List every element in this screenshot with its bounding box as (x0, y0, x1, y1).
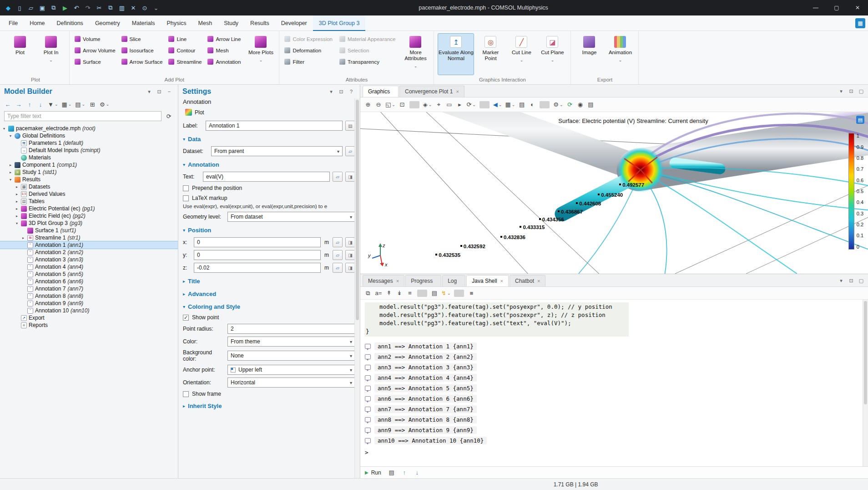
panel-header-icon[interactable]: ▾ (145, 87, 154, 96)
console-tab[interactable]: Chatbot × (510, 275, 545, 286)
section-data[interactable]: Data (178, 132, 360, 145)
panel-corner-icon[interactable]: ▢ (857, 87, 866, 96)
graphics-toolbar-icon[interactable] (409, 101, 419, 108)
model-builder-toolbar-icon[interactable]: ↓ (35, 99, 45, 109)
tree-item[interactable]: Annotation 1 (ann1) (0, 241, 178, 249)
model-builder-toolbar-icon[interactable]: → (14, 99, 24, 109)
tree-item[interactable]: ▸ Electric Field (ec) (pg2) (0, 212, 178, 219)
ribbon-tab[interactable]: Mesh (192, 15, 218, 31)
section-inherit-style[interactable]: Inherit Style (178, 399, 360, 412)
add-plot-item[interactable]: Volume (73, 33, 119, 45)
close-tab-icon[interactable]: × (456, 89, 459, 94)
insert-expression-button[interactable] (333, 172, 343, 182)
tree-item[interactable]: ▸ Electric Potential (ec) (pg1) (0, 205, 178, 212)
tree-expander-icon[interactable]: ▸ (21, 236, 25, 240)
tree-expander-icon[interactable]: ▾ (8, 178, 13, 182)
graphics-toolbar-icon[interactable]: ▦ (504, 100, 516, 110)
panel-header-icon[interactable]: − (165, 87, 174, 96)
tree-item[interactable]: ▸ Component 1 (comp1) (0, 161, 178, 168)
latex-markup-checkbox[interactable] (183, 195, 189, 201)
prepend-position-checkbox[interactable] (183, 185, 189, 191)
y-range-button[interactable] (333, 250, 343, 260)
model-builder-toolbar-icon[interactable]: ← (3, 99, 13, 109)
console-tab[interactable]: Log (442, 275, 465, 286)
export-image-button[interactable]: Image (575, 33, 604, 75)
tree-expander-icon[interactable]: ▾ (2, 127, 6, 131)
toolbar-icon[interactable]: ✕ (128, 2, 139, 14)
show-point-checkbox[interactable] (183, 315, 189, 321)
console-toolbar-icon[interactable]: ↯ (440, 288, 452, 298)
toolbar-icon[interactable]: ▥ (116, 2, 127, 14)
plot-in-button[interactable]: Plot In (36, 33, 66, 75)
close-tab-icon[interactable]: × (500, 278, 503, 284)
ribbon-tab[interactable]: Developer (275, 15, 313, 31)
panel-corner-icon[interactable]: ▾ (837, 276, 846, 285)
panel-corner-icon[interactable]: ⊡ (847, 87, 856, 96)
model-builder-toolbar-icon[interactable]: ▦ (60, 99, 73, 109)
graphics-toolbar-icon[interactable]: ⊡ (397, 100, 407, 110)
tree-item[interactable]: ▾ Global Definitions (0, 132, 178, 139)
graphics-toolbar-icon[interactable]: ◱ (384, 100, 397, 110)
panel-header-icon[interactable]: ▾ (327, 87, 336, 96)
shell-run-bar-icon[interactable]: ↓ (412, 468, 422, 478)
console-toolbar-icon[interactable] (417, 290, 427, 297)
toolbar-icon[interactable]: ▶ (60, 2, 71, 14)
graphics-toolbar-icon[interactable]: ◀ (492, 100, 504, 110)
tree-expander-icon[interactable]: ▸ (15, 214, 19, 218)
text-menu-button[interactable] (345, 172, 355, 182)
tree-expander-icon[interactable]: ▸ (8, 170, 13, 174)
close-tab-icon[interactable]: × (537, 278, 540, 284)
console-tab[interactable]: Java Shell × (466, 275, 509, 286)
graphics-toolbar-icon[interactable]: ▭ (444, 100, 454, 110)
graphics-toolbar-icon[interactable]: ⌖ (434, 100, 444, 110)
tree-item[interactable]: ▸ Study 1 (std1) (0, 168, 178, 176)
evaluate-along-normal-button[interactable]: Evaluate Along Normal (438, 33, 474, 75)
console-toolbar-icon[interactable]: ⧉ (363, 288, 373, 298)
toolbar-icon[interactable]: ⧉ (105, 2, 116, 14)
tree-item[interactable]: ▾ 3D Plot Group 3 (pg3) (0, 219, 178, 227)
graphics-toolbar-icon[interactable]: ⊕ (363, 100, 373, 110)
run-button[interactable]: Run (365, 470, 381, 476)
add-plot-item[interactable]: Surface (73, 56, 119, 67)
tree-item[interactable]: Annotation 4 (ann4) (0, 263, 178, 271)
attribute-item[interactable]: Deformation (283, 45, 336, 56)
console-toolbar-icon[interactable]: a= (373, 288, 384, 298)
graphics-toolbar-icon[interactable]: ⟳ (465, 100, 477, 110)
show-frame-checkbox[interactable] (183, 391, 189, 397)
y-input[interactable] (194, 250, 321, 260)
add-plot-item[interactable]: Slice (120, 33, 167, 45)
attribute-item[interactable]: Selection (338, 45, 399, 56)
graphics-toolbar-icon[interactable]: ▤ (517, 100, 527, 110)
model-builder-toolbar-icon[interactable]: ⚙ (98, 99, 111, 109)
panel-corner-icon[interactable]: ▾ (837, 87, 846, 96)
more-attributes-button[interactable]: More Attributes (401, 33, 430, 75)
model-builder-toolbar-icon[interactable]: ⊞ (87, 99, 97, 109)
tree-expander-icon[interactable]: ▸ (15, 185, 19, 189)
toolbar-icon[interactable]: ✂ (94, 2, 105, 14)
refresh-icon[interactable]: ⟳ (164, 111, 174, 121)
layout-icon[interactable]: ▦ (855, 18, 865, 28)
y-menu-button[interactable] (345, 250, 355, 260)
tree-item[interactable]: Default Model Inputs (cminpt) (0, 147, 178, 154)
window-control-icon[interactable]: ▢ (826, 0, 847, 15)
toolbar-icon[interactable]: ⧉ (48, 2, 59, 14)
cut-line-button[interactable]: Cut Line (507, 33, 536, 75)
orientation-dropdown[interactable]: Horizontal (227, 378, 355, 388)
annotation-text-input[interactable] (203, 172, 330, 182)
plot-tools-icon[interactable]: ▤ (856, 116, 864, 124)
toolbar-icon[interactable]: ⌄ (151, 2, 161, 14)
console-toolbar-icon[interactable] (454, 290, 464, 297)
export-animation-button[interactable]: Animation (606, 33, 635, 75)
attribute-item[interactable]: Transparency (338, 56, 399, 67)
tree-item[interactable]: ▸ Tables (0, 198, 178, 205)
section-title[interactable]: Title (178, 274, 360, 287)
tree-item[interactable]: Annotation 6 (ann6) (0, 278, 178, 285)
graphics-toolbar-icon[interactable]: ⚙ (552, 100, 564, 110)
window-control-icon[interactable]: ✕ (847, 0, 868, 15)
tree-item[interactable]: Annotation 8 (ann8) (0, 292, 178, 300)
graphics-toolbar-icon[interactable] (540, 101, 550, 108)
marker-point-button[interactable]: Marker Point (476, 33, 505, 75)
graphics-toolbar-icon[interactable]: ◈ (422, 100, 434, 110)
z-range-button[interactable] (333, 263, 343, 273)
panel-header-icon[interactable]: ⊡ (155, 87, 164, 96)
